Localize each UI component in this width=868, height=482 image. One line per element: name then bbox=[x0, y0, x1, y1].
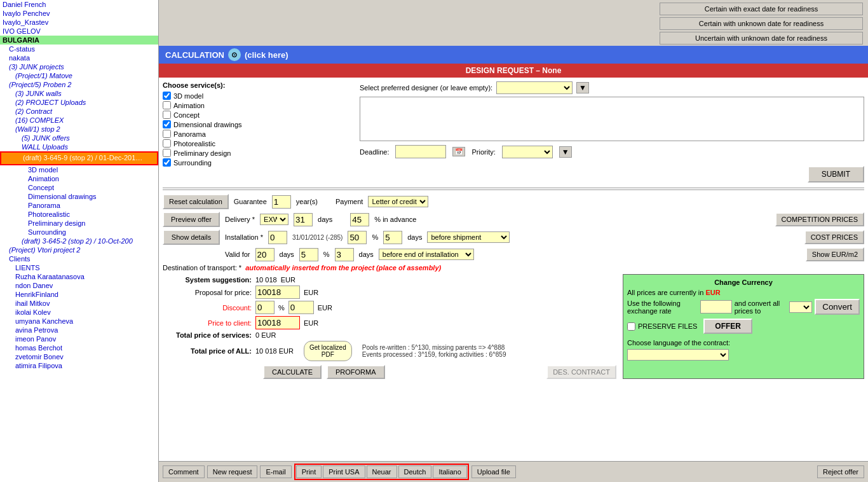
designer-dropdown-icon[interactable]: ▼ bbox=[576, 82, 589, 93]
valid-days2-input[interactable] bbox=[335, 248, 354, 261]
upload-btn[interactable]: Upload file bbox=[471, 465, 516, 478]
sidebar-item-40[interactable]: atimira Filipova bbox=[0, 361, 158, 370]
calculate-btn[interactable]: CALCULATE bbox=[263, 365, 322, 379]
guarantee-input[interactable] bbox=[272, 195, 291, 209]
sidebar-item-6[interactable]: nakata bbox=[0, 53, 158, 62]
sidebar-item-10[interactable]: (3) JUNK walls bbox=[0, 89, 158, 98]
show-eur-btn[interactable]: Show EUR/m2 bbox=[806, 247, 864, 261]
cb-photorealistic-input[interactable] bbox=[163, 139, 171, 148]
sidebar-item-34[interactable]: ikolai Kolev bbox=[0, 308, 158, 317]
installation-condition-select[interactable]: before shipment bbox=[427, 231, 510, 243]
language-select[interactable] bbox=[627, 349, 729, 361]
btn-certain-exact[interactable]: Certain with exact date for readiness bbox=[660, 3, 863, 15]
sidebar-item-19[interactable]: Animation bbox=[0, 174, 158, 183]
advance-pct-input[interactable] bbox=[350, 213, 369, 226]
sidebar-item-7[interactable]: (3) JUNK projects bbox=[0, 62, 158, 71]
deadline-input[interactable] bbox=[395, 145, 446, 158]
proforma-btn[interactable]: PROFORMA bbox=[327, 365, 385, 379]
sidebar-item-26[interactable]: (draft) 3-645-2 (stop 2) / 10-Oct-200 bbox=[0, 237, 158, 245]
cost-prices-btn[interactable]: COST PRICES bbox=[804, 230, 864, 244]
sidebar-item-1[interactable]: Ivaylo Penchev bbox=[0, 9, 158, 18]
des-contract-btn[interactable]: DES. CONTRACT bbox=[546, 365, 616, 379]
cb-panorama-input[interactable] bbox=[163, 130, 171, 138]
reject-offer-btn[interactable]: Reject offer bbox=[817, 465, 864, 478]
sidebar-item-11[interactable]: (2) PROJECT Uploads bbox=[0, 98, 158, 107]
calc-bar[interactable]: CALCULATION ⊙ (click here) bbox=[159, 46, 868, 64]
sidebar-item-38[interactable]: homas Berchot bbox=[0, 343, 158, 352]
installation-days2-input[interactable] bbox=[383, 231, 402, 244]
btn-uncertain-unknown[interactable]: Uncertain with unknown date for readines… bbox=[660, 32, 863, 45]
sidebar-item-30[interactable]: Ruzha Karaatanasova bbox=[0, 272, 158, 281]
sidebar-item-0[interactable]: Daniel French bbox=[0, 0, 158, 9]
sidebar-item-3[interactable]: IVO GELOV bbox=[0, 27, 158, 36]
calendar-btn[interactable]: 📅 bbox=[452, 147, 465, 156]
sidebar-item-20[interactable]: Concept bbox=[0, 183, 158, 192]
preview-offer-btn[interactable]: Preview offer bbox=[163, 212, 220, 227]
btn-certain-unknown[interactable]: Certain with unknown date for readiness bbox=[660, 17, 863, 30]
comment-btn[interactable]: Comment bbox=[163, 465, 205, 478]
sidebar-item-22[interactable]: Panorama bbox=[0, 201, 158, 210]
italiano-btn[interactable]: Italiano bbox=[433, 465, 466, 478]
sidebar-item-29[interactable]: LIENTS bbox=[0, 263, 158, 272]
preserve-checkbox[interactable] bbox=[627, 322, 635, 331]
sidebar-item-23[interactable]: Photorealistic bbox=[0, 210, 158, 219]
competition-prices-btn[interactable]: COMPETITION PRICES bbox=[775, 212, 864, 226]
sidebar-item-36[interactable]: avina Petrova bbox=[0, 326, 158, 334]
convert-btn[interactable]: Convert bbox=[815, 299, 860, 315]
valid-days-input[interactable] bbox=[255, 248, 275, 261]
currency-select[interactable] bbox=[789, 301, 813, 313]
sidebar-item-28[interactable]: Clients bbox=[0, 254, 158, 263]
sidebar-item-24[interactable]: Preliminary design bbox=[0, 219, 158, 228]
sidebar-item-31[interactable]: ndon Danev bbox=[0, 281, 158, 290]
print-btn[interactable]: Print bbox=[296, 465, 322, 478]
sidebar-item-37[interactable]: imeon Panov bbox=[0, 334, 158, 343]
installation-pct-input[interactable] bbox=[348, 231, 367, 244]
reset-calc-btn[interactable]: Reset calculation bbox=[163, 194, 229, 209]
print-usa-btn[interactable]: Print USA bbox=[323, 465, 365, 478]
sidebar-item-17[interactable]: (draft) 3-645-9 (stop 2) / 01-Dec-201Ste… bbox=[0, 151, 158, 165]
discount-val-input[interactable] bbox=[288, 301, 314, 314]
pdf-btn[interactable]: Get localizedPDF bbox=[304, 341, 352, 361]
submit-btn[interactable]: SUBMIT bbox=[808, 166, 864, 182]
priority-dropdown-icon[interactable]: ▼ bbox=[559, 146, 572, 158]
sidebar-item-21[interactable]: Dimensional drawings bbox=[0, 192, 158, 201]
sidebar-item-25[interactable]: Surrounding bbox=[0, 228, 158, 237]
sidebar-item-27[interactable]: (Project) Vtori project 2 bbox=[0, 245, 158, 254]
priority-select[interactable] bbox=[502, 146, 553, 158]
designer-textarea[interactable] bbox=[360, 97, 864, 141]
price-client-input[interactable] bbox=[255, 316, 300, 329]
delivery-days-input[interactable] bbox=[294, 213, 313, 226]
sidebar-item-2[interactable]: Ivaylo_Krastev bbox=[0, 18, 158, 27]
sidebar-item-9[interactable]: (Project/5) Proben 2 bbox=[0, 80, 158, 89]
sidebar-item-8[interactable]: (Project/1) Matove bbox=[0, 71, 158, 80]
proposal-input[interactable] bbox=[255, 286, 300, 299]
sidebar-item-13[interactable]: (16) COMPLEX bbox=[0, 116, 158, 125]
sidebar-item-4[interactable]: BULGARIA bbox=[0, 36, 158, 45]
sidebar-item-14[interactable]: (Wall/1) stop 2 bbox=[0, 125, 158, 134]
show-details-btn[interactable]: Show details bbox=[163, 230, 220, 245]
sidebar-item-39[interactable]: zvetomir Bonev bbox=[0, 352, 158, 361]
exchange-rate-input[interactable] bbox=[700, 300, 732, 313]
valid-pct-input[interactable] bbox=[299, 248, 318, 261]
discount-pct-input[interactable] bbox=[255, 301, 275, 314]
payment-select[interactable]: Letter of credit bbox=[368, 196, 428, 207]
cb-3dmodel-input[interactable] bbox=[163, 92, 171, 100]
cb-dimensional-input[interactable] bbox=[163, 120, 171, 128]
cb-surrounding-input[interactable] bbox=[163, 158, 171, 167]
sidebar-item-33[interactable]: ihail Mitkov bbox=[0, 299, 158, 308]
cb-preliminary-input[interactable] bbox=[163, 149, 171, 157]
offer-btn[interactable]: OFFER bbox=[703, 319, 752, 334]
valid-condition-select[interactable]: before end of installation bbox=[379, 249, 474, 260]
deutch-btn[interactable]: Deutch bbox=[398, 465, 432, 478]
designer-select[interactable] bbox=[496, 81, 573, 94]
cb-animation-input[interactable] bbox=[163, 101, 171, 109]
sidebar-item-32[interactable]: HenrikFinland bbox=[0, 290, 158, 299]
email-btn[interactable]: E-mail bbox=[260, 465, 291, 478]
new-request-btn[interactable]: New request bbox=[207, 465, 258, 478]
calc-circle-btn[interactable]: ⊙ bbox=[228, 48, 241, 61]
sidebar-item-15[interactable]: (5) JUNK offers bbox=[0, 134, 158, 142]
sidebar-item-35[interactable]: umyana Kancheva bbox=[0, 317, 158, 326]
cb-concept-input[interactable] bbox=[163, 111, 171, 119]
installation-days-input[interactable] bbox=[268, 231, 287, 244]
delivery-inco-select[interactable]: EXW bbox=[260, 214, 288, 225]
